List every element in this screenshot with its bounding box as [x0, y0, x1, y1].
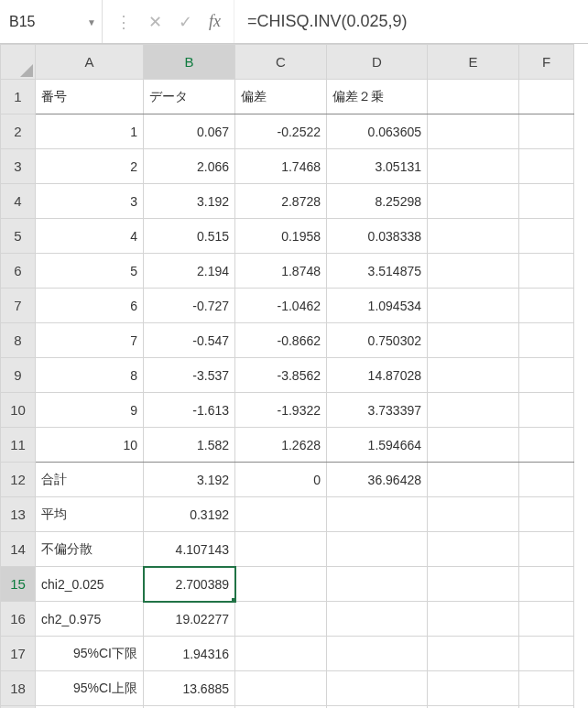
row-header[interactable]: 4: [1, 184, 36, 219]
cell-F8[interactable]: [519, 323, 574, 358]
row-header[interactable]: 2: [1, 114, 36, 149]
confirm-icon[interactable]: ✓: [179, 12, 192, 32]
col-header-A[interactable]: A: [36, 45, 144, 80]
cell-C12[interactable]: 0: [235, 463, 327, 497]
cell-E1[interactable]: [428, 80, 519, 114]
cell-D10[interactable]: 3.733397: [327, 393, 428, 428]
cell-C2[interactable]: -0.2522: [235, 114, 327, 149]
cell-E12[interactable]: [428, 463, 519, 497]
cell-A11[interactable]: 10: [36, 428, 144, 463]
cell-C16[interactable]: [235, 602, 327, 637]
cell-F6[interactable]: [519, 254, 574, 289]
cell-D5[interactable]: 0.038338: [327, 219, 428, 254]
cell-D11[interactable]: 1.594664: [327, 428, 428, 463]
cell-E3[interactable]: [428, 149, 519, 184]
row-header[interactable]: 11: [1, 428, 36, 463]
cell-B14[interactable]: 4.107143: [144, 532, 235, 567]
row-header[interactable]: 7: [1, 289, 36, 323]
col-header-C[interactable]: C: [235, 45, 327, 80]
cell-B15[interactable]: 2.700389: [144, 567, 235, 602]
cell-D13[interactable]: [327, 497, 428, 532]
cell-F17[interactable]: [519, 637, 574, 671]
row-header[interactable]: 6: [1, 254, 36, 289]
cell-F10[interactable]: [519, 393, 574, 428]
cell-F15[interactable]: [519, 567, 574, 602]
cell-F11[interactable]: [519, 428, 574, 463]
cell-C9[interactable]: -3.8562: [235, 358, 327, 393]
cell-D4[interactable]: 8.25298: [327, 184, 428, 219]
row-header[interactable]: 14: [1, 532, 36, 567]
cell-A4[interactable]: 3: [36, 184, 144, 219]
row-header[interactable]: 8: [1, 323, 36, 358]
cell-D8[interactable]: 0.750302: [327, 323, 428, 358]
cell-B7[interactable]: -0.727: [144, 289, 235, 323]
cell-D16[interactable]: [327, 602, 428, 637]
cell-E17[interactable]: [428, 637, 519, 671]
cell-F3[interactable]: [519, 149, 574, 184]
cell-F16[interactable]: [519, 602, 574, 637]
cell-A3[interactable]: 2: [36, 149, 144, 184]
cell-F7[interactable]: [519, 289, 574, 323]
cell-C6[interactable]: 1.8748: [235, 254, 327, 289]
cell-F9[interactable]: [519, 358, 574, 393]
cell-D18[interactable]: [327, 671, 428, 706]
cell-B5[interactable]: 0.515: [144, 219, 235, 254]
row-header[interactable]: 15: [1, 567, 36, 602]
cell-A12[interactable]: 合計: [36, 463, 144, 497]
cell-D7[interactable]: 1.094534: [327, 289, 428, 323]
cell-A9[interactable]: 8: [36, 358, 144, 393]
row-header[interactable]: 16: [1, 602, 36, 637]
row-header[interactable]: 13: [1, 497, 36, 532]
cell-A15[interactable]: chi2_0.025: [36, 567, 144, 602]
cell-D6[interactable]: 3.514875: [327, 254, 428, 289]
cell-D1[interactable]: 偏差２乗: [327, 80, 428, 114]
cell-A7[interactable]: 6: [36, 289, 144, 323]
cell-B11[interactable]: 1.582: [144, 428, 235, 463]
formula-input[interactable]: =CHISQ.INV(0.025,9): [234, 0, 588, 43]
col-header-F[interactable]: F: [519, 45, 574, 80]
cell-B8[interactable]: -0.547: [144, 323, 235, 358]
cell-C15[interactable]: [235, 567, 327, 602]
cell-A8[interactable]: 7: [36, 323, 144, 358]
row-header[interactable]: 3: [1, 149, 36, 184]
cell-C10[interactable]: -1.9322: [235, 393, 327, 428]
cell-F2[interactable]: [519, 114, 574, 149]
cell-E7[interactable]: [428, 289, 519, 323]
cell-C18[interactable]: [235, 671, 327, 706]
cell-E6[interactable]: [428, 254, 519, 289]
cell-A5[interactable]: 4: [36, 219, 144, 254]
cell-A14[interactable]: 不偏分散: [36, 532, 144, 567]
cell-E11[interactable]: [428, 428, 519, 463]
cell-A2[interactable]: 1: [36, 114, 144, 149]
row-header[interactable]: 12: [1, 463, 36, 497]
cell-A1[interactable]: 番号: [36, 80, 144, 114]
cell-C11[interactable]: 1.2628: [235, 428, 327, 463]
cell-E15[interactable]: [428, 567, 519, 602]
cell-B16[interactable]: 19.02277: [144, 602, 235, 637]
row-header[interactable]: 10: [1, 393, 36, 428]
cell-C5[interactable]: 0.1958: [235, 219, 327, 254]
cell-C8[interactable]: -0.8662: [235, 323, 327, 358]
cell-C4[interactable]: 2.8728: [235, 184, 327, 219]
cell-E8[interactable]: [428, 323, 519, 358]
cell-C7[interactable]: -1.0462: [235, 289, 327, 323]
cell-B4[interactable]: 3.192: [144, 184, 235, 219]
cell-C13[interactable]: [235, 497, 327, 532]
row-header[interactable]: 5: [1, 219, 36, 254]
row-header[interactable]: 17: [1, 637, 36, 671]
row-header[interactable]: 1: [1, 80, 36, 114]
chevron-down-icon[interactable]: ▼: [87, 16, 96, 27]
cell-E10[interactable]: [428, 393, 519, 428]
cell-A18[interactable]: 95%CI上限: [36, 671, 144, 706]
cell-F5[interactable]: [519, 219, 574, 254]
cell-B9[interactable]: -3.537: [144, 358, 235, 393]
cell-B6[interactable]: 2.194: [144, 254, 235, 289]
cell-C17[interactable]: [235, 637, 327, 671]
cell-B10[interactable]: -1.613: [144, 393, 235, 428]
cell-D2[interactable]: 0.063605: [327, 114, 428, 149]
cell-C14[interactable]: [235, 532, 327, 567]
cell-B2[interactable]: 0.067: [144, 114, 235, 149]
cell-E13[interactable]: [428, 497, 519, 532]
cell-E9[interactable]: [428, 358, 519, 393]
cell-A13[interactable]: 平均: [36, 497, 144, 532]
